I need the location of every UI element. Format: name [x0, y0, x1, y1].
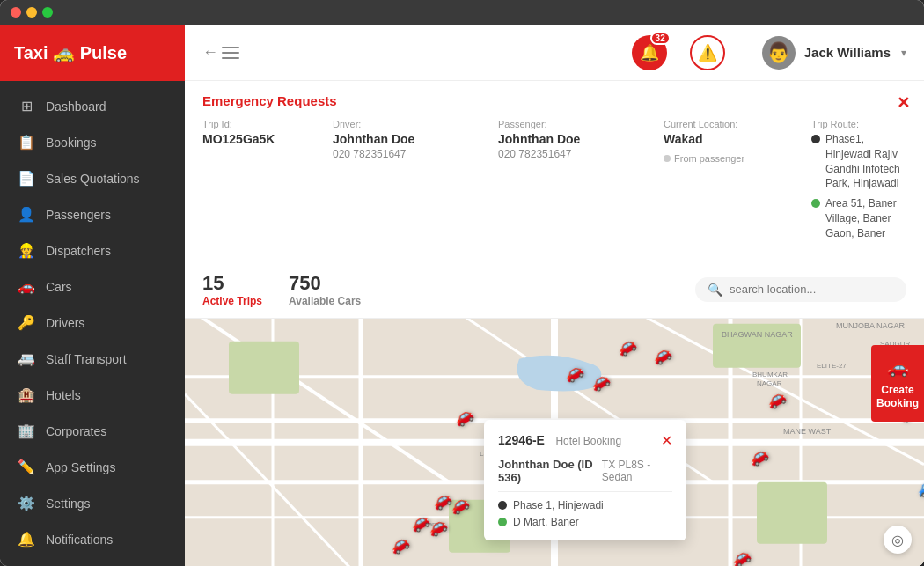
svg-rect-15 [229, 341, 299, 393]
sidebar-item-corporates[interactable]: 🏢 Corporates [0, 413, 185, 449]
sidebar-item-passengers[interactable]: 👤 Passengers [0, 196, 185, 232]
user-menu[interactable]: 👨 Jack Williams ▾ [762, 36, 906, 70]
sidebar-item-label: Cars [46, 280, 72, 294]
dispatchers-icon: 👷 [18, 242, 35, 259]
popup-stop1-text: Phase 1, Hinjewadi [513, 499, 604, 511]
route-stop2: Area 51, Baner Village, Baner Gaon, Bane… [811, 196, 906, 240]
create-booking-label: Create Booking [876, 384, 919, 411]
sidebar-item-label: Drivers [46, 316, 84, 330]
active-trips-number: 15 [202, 272, 262, 295]
popup-trip-id: 12946-E [498, 433, 545, 447]
route-stop1-text: Phase1, Hinjewadi Rajiv Gandhi Infotech … [825, 132, 906, 191]
route-stop2-text: Area 51, Baner Village, Baner Gaon, Bane… [825, 196, 906, 240]
emergency-grid: Trip Id: MO125Ga5K Driver: Johnthan Doe … [202, 119, 906, 246]
from-passenger-label: From passenger [674, 153, 744, 164]
staff-icon: 🚐 [18, 350, 35, 367]
search-input[interactable] [730, 283, 894, 296]
emergency-banner: Emergency Requests ✕ Trip Id: MO125Ga5K … [185, 81, 924, 261]
logo-text: Taxi 🚕 Pulse [14, 42, 127, 63]
avatar-face: 👨 [766, 41, 790, 64]
close-dot[interactable] [11, 7, 21, 18]
sidebar-item-label: Dispatchers [46, 244, 111, 258]
title-bar [0, 0, 924, 25]
drivers-icon: 🔑 [18, 314, 35, 331]
location-value: Wakad [664, 132, 804, 146]
sidebar-item-app-settings[interactable]: ✏️ App Settings [0, 449, 185, 485]
create-booking-icon: 🚗 [887, 356, 909, 379]
user-name: Jack Williams [804, 45, 891, 60]
passenger-label: Passenger: [498, 119, 656, 129]
driver-label: Driver: [333, 119, 491, 129]
popup-dot1 [498, 501, 507, 510]
popup-route-stop2: D Mart, Baner [498, 516, 672, 528]
route-stop1: Phase1, Hinjewadi Rajiv Gandhi Infotech … [811, 132, 906, 191]
passengers-icon: 👤 [18, 206, 35, 223]
emergency-title: Emergency Requests [202, 93, 906, 108]
popup-stop2-text: D Mart, Baner [513, 516, 579, 528]
sidebar-item-bookings[interactable]: 📋 Bookings [0, 124, 185, 160]
svg-text:BHUMKAR: BHUMKAR [752, 370, 788, 378]
popup-close-button[interactable]: ✕ [661, 432, 672, 449]
sidebar-item-label: Passengers [46, 208, 111, 222]
chevron-down-icon: ▾ [901, 47, 906, 59]
minimize-dot[interactable] [26, 7, 37, 18]
content-area: Emergency Requests ✕ Trip Id: MO125Ga5K … [185, 81, 924, 566]
emergency-close-button[interactable]: ✕ [897, 93, 910, 113]
sidebar-item-sales-quotations[interactable]: 📄 Sales Quotations [0, 160, 185, 196]
maximize-dot[interactable] [42, 7, 53, 18]
sidebar-item-label: Hotels [46, 388, 81, 402]
passenger-column: Passenger: Johnthan Doe 020 782351647 [498, 119, 656, 246]
sidebar-item-hotels[interactable]: 🏨 Hotels [0, 377, 185, 413]
alert-button[interactable]: ⚠️ [690, 35, 725, 70]
avatar: 👨 [762, 36, 796, 70]
settings-icon: ⚙️ [18, 495, 35, 511]
trip-popup: 12946-E Hotel Booking ✕ Johnthan Doe (ID… [484, 420, 686, 540]
corporates-icon: 🏢 [18, 423, 35, 439]
hamburger-button[interactable]: ← [202, 43, 239, 62]
sidebar-logo: Taxi 🚕 Pulse [0, 25, 185, 81]
sidebar-item-drivers[interactable]: 🔑 Drivers [0, 305, 185, 341]
app-settings-icon: ✏️ [18, 459, 35, 475]
sidebar-item-settings[interactable]: ⚙️ Settings [0, 485, 185, 521]
hamburger-lines [222, 47, 239, 59]
active-trips-stat: 15 Active Trips [202, 272, 262, 307]
sidebar-item-label: Settings [46, 496, 91, 511]
sidebar-item-cars[interactable]: 🚗 Cars [0, 268, 185, 305]
sidebar-item-label: Staff Transport [46, 352, 127, 366]
popup-id-type: 12946-E Hotel Booking [498, 432, 621, 448]
route-label: Trip Route: [811, 119, 906, 129]
svg-text:MUNJOBA NAGAR: MUNJOBA NAGAR [836, 320, 906, 329]
header: ← 🔔 32 ⚠️ 👨 [185, 25, 924, 81]
traffic-lights [11, 7, 53, 18]
hotels-icon: 🏨 [18, 386, 35, 403]
trip-id-column: Trip Id: MO125Ga5K [202, 119, 326, 246]
bookings-icon: 📋 [18, 134, 35, 151]
popup-route-stop1: Phase 1, Hinjewadi [498, 499, 672, 511]
route-dot-2 [811, 199, 820, 208]
active-trips-label: Active Trips [202, 295, 262, 307]
available-cars-label: Available Cars [289, 295, 361, 307]
sidebar: Taxi 🚕 Pulse ⊞ Dashboard 📋 Bookings 📄 Sa… [0, 25, 185, 566]
svg-text:ELITE-27: ELITE-27 [817, 361, 847, 369]
sidebar-item-dispatchers[interactable]: 👷 Dispatchers [0, 232, 185, 268]
popup-trip-type: Hotel Booking [555, 435, 621, 447]
sidebar-item-label: Dashboard [46, 99, 106, 114]
app-window: Taxi 🚕 Pulse ⊞ Dashboard 📋 Bookings 📄 Sa… [0, 0, 924, 566]
compass-button[interactable]: ◎ [884, 526, 912, 554]
location-label: Current Location: [664, 119, 804, 129]
sidebar-item-notifications[interactable]: 🔔 Notifications [0, 521, 185, 557]
sidebar-nav: ⊞ Dashboard 📋 Bookings 📄 Sales Quotation… [0, 81, 185, 566]
notifications-icon: 🔔 [18, 531, 35, 548]
popup-divider [498, 491, 672, 492]
location-column: Current Location: Wakad From passenger [664, 119, 804, 246]
popup-dot2 [498, 518, 507, 526]
sidebar-item-label: Sales Quotations [46, 172, 140, 186]
create-booking-button[interactable]: 🚗 Create Booking [871, 345, 924, 422]
search-box[interactable]: 🔍 [695, 277, 906, 302]
sidebar-item-dashboard[interactable]: ⊞ Dashboard [0, 88, 185, 124]
driver-phone: 020 782351647 [333, 148, 491, 160]
trip-id-label: Trip Id: [202, 119, 326, 129]
sidebar-item-staff-transport[interactable]: 🚐 Staff Transport [0, 341, 185, 377]
map-area: BHAGWAN NAGAR MUNJOBA NAGAR SADGUR BHUMK… [185, 319, 924, 566]
popup-header: 12946-E Hotel Booking ✕ [498, 432, 672, 449]
